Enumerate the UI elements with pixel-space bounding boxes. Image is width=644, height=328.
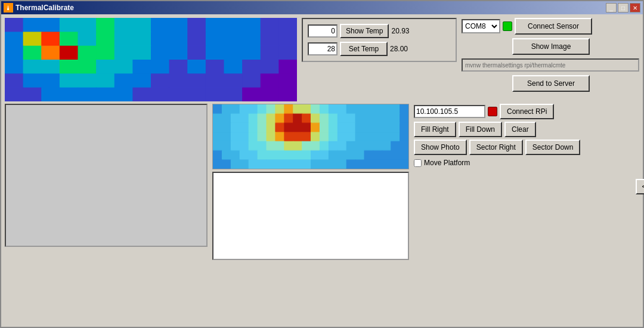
- com1-select[interactable]: COM8: [462, 19, 500, 33]
- sector-down-button[interactable]: Sector Down: [525, 140, 581, 155]
- sector-buttons-row: Show Photo Sector Right Sector Down: [414, 140, 640, 155]
- move-platform-label: Move Platform: [424, 159, 470, 167]
- com1-row: COM8 Connect Sensor: [462, 18, 639, 35]
- rpi-led: [488, 107, 497, 116]
- left-arrow-button[interactable]: <: [636, 179, 644, 194]
- minimize-button[interactable]: _: [606, 3, 617, 13]
- sector-right-button[interactable]: Sector Right: [469, 140, 523, 155]
- sensor-led: [503, 21, 512, 31]
- window-title: ThermalCalibrate: [16, 4, 74, 12]
- show-temp-value: 20.93: [391, 27, 415, 35]
- bottom-buttons-row: Fill Right Fill Down Clear: [414, 122, 640, 137]
- thermal-canvas: [5, 18, 297, 101]
- show-photo-button[interactable]: Show Photo: [414, 140, 467, 155]
- set-temp-input[interactable]: [308, 42, 338, 55]
- bottom-row: Connect RPi Fill Right Fill Down Clear S…: [5, 104, 639, 323]
- fill-right-button[interactable]: Fill Right: [414, 122, 456, 137]
- thermal-small-canvas: [213, 104, 408, 169]
- clear-button[interactable]: Clear: [504, 122, 536, 137]
- show-image-button[interactable]: Show Image: [512, 38, 590, 55]
- thermal-main-image: [5, 18, 297, 101]
- move-platform-checkbox[interactable]: [414, 159, 422, 167]
- left-gray-area: [5, 104, 208, 247]
- send-server-row: Send to Server: [462, 75, 639, 92]
- ip-row: Connect RPi: [414, 104, 640, 119]
- center-area: [212, 104, 409, 323]
- connect-sensor-button[interactable]: Connect Sensor: [515, 18, 592, 35]
- show-temp-input[interactable]: [308, 24, 338, 38]
- right-panel-top: COM8 Connect Sensor Show Image mvnw ther…: [462, 18, 639, 92]
- nav-middle-row: < Left Center Right >: [636, 179, 644, 194]
- close-button[interactable]: ✕: [630, 3, 640, 13]
- move-platform-row: Move Platform: [414, 159, 640, 167]
- controls-panel: Show Temp 20.93 Set Temp 28.00: [302, 18, 457, 62]
- show-image-row: Show Image: [462, 38, 639, 55]
- app-icon: 🌡: [4, 3, 13, 13]
- thermal-small-image: [212, 104, 409, 169]
- command-text: mvnw thermalsettings rpi/thermalcmte: [462, 58, 639, 72]
- white-box-area: [212, 172, 409, 260]
- right-side: Connect RPi Fill Right Fill Down Clear S…: [414, 104, 640, 323]
- main-window: 🌡 ThermalCalibrate _ □ ✕ Show Temp 20.93: [0, 0, 644, 328]
- content-area: Show Temp 20.93 Set Temp 28.00 COM8 Conn…: [1, 14, 643, 327]
- set-temp-row: Set Temp 28.00: [308, 42, 451, 56]
- connect-rpi-button[interactable]: Connect RPi: [500, 104, 554, 119]
- show-temp-row: Show Temp 20.93: [308, 24, 451, 38]
- ip-input[interactable]: [414, 105, 485, 118]
- send-to-server-button[interactable]: Send to Server: [512, 75, 590, 92]
- title-bar: 🌡 ThermalCalibrate _ □ ✕: [1, 1, 643, 14]
- fill-down-button[interactable]: Fill Down: [459, 122, 502, 137]
- set-temp-value: 28.00: [390, 45, 414, 53]
- set-temp-button[interactable]: Set Temp: [340, 42, 388, 56]
- show-temp-button[interactable]: Show Temp: [340, 24, 389, 38]
- maximize-button[interactable]: □: [618, 3, 628, 13]
- top-row: Show Temp 20.93 Set Temp 28.00 COM8 Conn…: [5, 18, 639, 101]
